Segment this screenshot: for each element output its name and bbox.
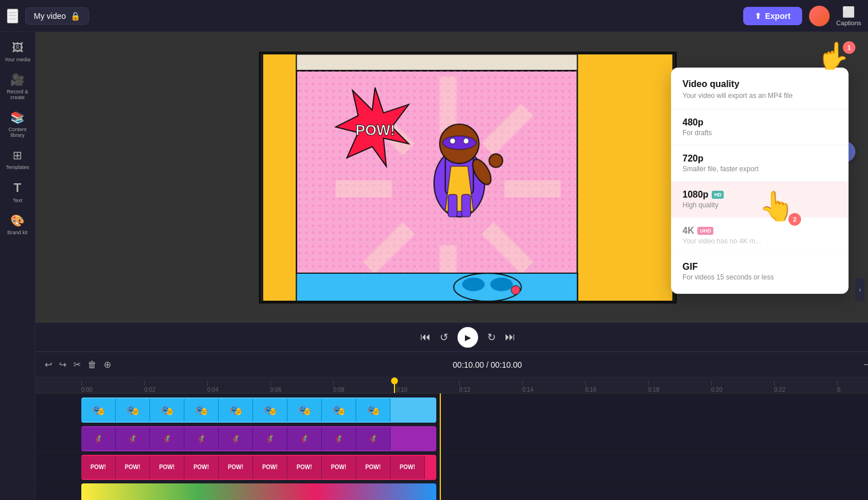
duplicate-button[interactable]: ⊕ — [104, 359, 111, 370]
track-content-hero[interactable]: 🦸 🦸 🦸 🦸 🦸 🦸 🦸 🦸 🦸 — [81, 426, 868, 451]
play-button[interactable]: ▶ — [457, 327, 478, 348]
ruler-0: 0:00 — [81, 381, 144, 393]
mask-thumb: 🎭 — [356, 399, 390, 422]
mask-thumb: 🎭 — [287, 399, 322, 422]
hero-thumb: 🦸 — [219, 427, 253, 450]
pow-thumb: POW! — [81, 456, 116, 479]
track-row-masks: 🎭 🎭 🎭 🎭 🎭 🎭 🎭 🎭 🎭 — [35, 396, 868, 424]
vq-option-4k[interactable]: 4K UHD Your video has no 4K m... — [671, 218, 849, 254]
sidebar-item-templates[interactable]: ⊞ Templates — [2, 144, 34, 175]
sidebar-item-content-library[interactable]: 📚 Contentlibrary — [2, 106, 34, 143]
ruler-12: 0:12 — [459, 381, 522, 393]
ruler-2: 0:02 — [144, 381, 207, 393]
hero-thumb: 🦸 — [116, 427, 150, 450]
svg-point-25 — [489, 153, 503, 167]
vq-option-1080p[interactable]: 1080p HD High quality — [671, 182, 849, 218]
svg-rect-26 — [448, 194, 457, 216]
export-button[interactable]: ⬆ Export — [743, 7, 802, 25]
record-icon: 🎥 — [10, 73, 25, 86]
svg-rect-28 — [297, 273, 578, 301]
menu-button[interactable]: ☰ — [7, 9, 18, 23]
video-preview: POW! — [35, 32, 868, 322]
captions-button[interactable]: ⬜ Captions — [837, 6, 861, 26]
project-title: My video — [34, 11, 66, 21]
mask-thumb: 🎭 — [253, 399, 287, 422]
sidebar-item-text[interactable]: T Text — [2, 176, 34, 208]
timeline-time: 00:10.00 / 00:10.00 — [118, 360, 857, 369]
templates-label: Templates — [6, 164, 29, 170]
cursor-hand-1: 👆 — [817, 40, 850, 71]
pow-thumb: POW! — [219, 456, 253, 479]
export-icon: ⬆ — [755, 11, 762, 21]
main-layout: 🖼 Your media 🎥 Record &create 📚 Contentl… — [0, 32, 868, 500]
track-row-pow: POW! POW! POW! POW! POW! POW! POW! POW! … — [35, 453, 868, 482]
ruler-marks: 0:00 0:02 0:04 0:06 0:08 0:10 0:12 0:14 … — [81, 377, 868, 393]
collapse-sidebar-arrow[interactable]: ‹ — [855, 278, 865, 301]
timeline-area: ↩ ↪ ✂ 🗑 ⊕ 00:10.00 / 00:10.00 − + ⊡ — [35, 351, 868, 500]
mask-thumb: 🎭 — [219, 399, 253, 422]
redo-button[interactable]: ↪ — [59, 359, 66, 370]
track-row-bg — [35, 482, 868, 500]
sidebar-item-record[interactable]: 🎥 Record &create — [2, 68, 34, 105]
ruler-8: 0:08 — [333, 381, 396, 393]
vq-4k-badge: UHD — [697, 227, 713, 235]
pow-thumb: POW! — [356, 456, 390, 479]
pow-thumb: POW! — [253, 456, 287, 479]
track-content-masks[interactable]: 🎭 🎭 🎭 🎭 🎭 🎭 🎭 🎭 🎭 — [81, 397, 868, 423]
captions-icon: ⬜ — [837, 6, 861, 18]
vq-720p-desc: Smaller file, faster export — [682, 165, 759, 173]
project-name-field[interactable]: My video 🔒 — [25, 7, 89, 25]
pow-thumb: POW! — [322, 456, 356, 479]
pow-thumb: POW! — [184, 456, 219, 479]
vq-subtitle: Your video will export as an MP4 file — [671, 92, 849, 109]
content-library-icon: 📚 — [10, 111, 25, 124]
svg-point-31 — [490, 277, 512, 291]
vq-title: Video quality — [671, 79, 849, 92]
svg-point-30 — [462, 277, 484, 291]
svg-point-22 — [463, 138, 469, 144]
vq-720p-label: 720p — [682, 153, 703, 164]
svg-rect-27 — [461, 194, 471, 216]
hero-thumb: 🦸 — [356, 427, 390, 450]
sidebar-item-brand-kit[interactable]: 🎨 Brand kit — [2, 209, 34, 240]
vq-option-480p[interactable]: 480p For drafts — [671, 109, 849, 145]
hero-thumb: 🦸 — [81, 427, 116, 450]
video-controls: ⏮ ↺ ▶ ↻ ⏭ ⛶ — [35, 322, 868, 351]
zoom-out-button[interactable]: − — [863, 360, 868, 370]
ruler-6: 0:06 — [270, 381, 333, 393]
text-label: Text — [13, 198, 22, 203]
vq-gif-label: GIF — [682, 262, 698, 272]
svg-marker-6 — [577, 54, 673, 301]
track-content-pow[interactable]: POW! POW! POW! POW! POW! POW! POW! POW! … — [81, 455, 868, 480]
track-content-bg[interactable] — [81, 483, 868, 501]
rewind-button[interactable]: ↺ — [440, 331, 448, 344]
track-row-hero: 🦸 🦸 🦸 🦸 🦸 🦸 🦸 🦸 🦸 — [35, 424, 868, 453]
brand-kit-icon: 🎨 — [10, 214, 25, 227]
vq-option-gif[interactable]: GIF For videos 15 seconds or less — [671, 254, 849, 289]
mask-thumb: 🎭 — [322, 399, 356, 422]
timeline-tracks: 🎭 🎭 🎭 🎭 🎭 🎭 🎭 🎭 🎭 — [35, 393, 868, 500]
next-frame-button[interactable]: ⏭ — [505, 331, 515, 343]
your-media-icon: 🖼 — [12, 41, 23, 54]
mask-thumb: 🎭 — [184, 399, 219, 422]
vq-1080p-badge: HD — [712, 191, 724, 199]
forward-button[interactable]: ↻ — [487, 331, 496, 344]
delete-button[interactable]: 🗑 — [88, 360, 97, 370]
cursor-number-1: 1 — [843, 41, 855, 54]
sidebar-item-your-media[interactable]: 🖼 Your media — [2, 37, 34, 67]
pow-thumb: POW! — [287, 456, 322, 479]
left-sidebar: 🖼 Your media 🎥 Record &create 📚 Contentl… — [0, 32, 35, 500]
center-area: POW! — [35, 32, 868, 500]
vq-480p-label: 480p — [682, 117, 703, 128]
ruler-14: 0:14 — [522, 381, 585, 393]
record-label: Record &create — [7, 89, 29, 100]
pow-thumb: POW! — [150, 456, 184, 479]
hero-thumb: 🦸 — [287, 427, 322, 450]
hero-thumb: 🦸 — [253, 427, 287, 450]
zoom-controls: − + ⊡ — [863, 359, 868, 370]
hero-thumb: 🦸 — [322, 427, 356, 450]
prev-frame-button[interactable]: ⏮ — [420, 331, 431, 343]
vq-option-720p[interactable]: 720p Smaller file, faster export — [671, 145, 849, 182]
cut-button[interactable]: ✂ — [73, 359, 81, 370]
undo-button[interactable]: ↩ — [45, 359, 52, 370]
